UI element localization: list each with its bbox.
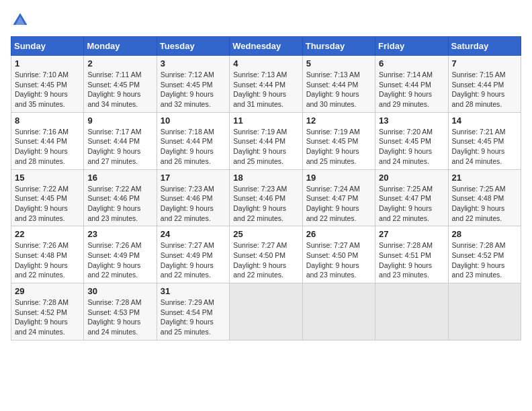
calendar-cell: 15 Sunrise: 7:22 AMSunset: 4:45 PMDaylig…: [11, 169, 84, 226]
day-number: 10: [161, 116, 226, 126]
day-number: 16: [87, 173, 152, 183]
day-number: 6: [379, 58, 444, 68]
day-number: 20: [379, 173, 444, 183]
calendar-cell: 24 Sunrise: 7:27 AMSunset: 4:49 PMDaylig…: [157, 226, 229, 283]
day-info: Sunrise: 7:26 AMSunset: 4:49 PMDaylight:…: [87, 240, 152, 280]
day-info: Sunrise: 7:29 AMSunset: 4:54 PMDaylight:…: [161, 298, 226, 337]
day-number: 30: [87, 286, 152, 296]
day-number: 18: [233, 173, 298, 183]
day-header-wednesday: Wednesday: [230, 37, 302, 56]
calendar-cell: 8 Sunrise: 7:16 AMSunset: 4:44 PMDayligh…: [11, 112, 84, 169]
day-number: 25: [233, 229, 298, 239]
day-number: 28: [452, 229, 517, 239]
day-info: Sunrise: 7:15 AMSunset: 4:44 PMDaylight:…: [452, 70, 517, 109]
day-info: Sunrise: 7:11 AMSunset: 4:45 PMDaylight:…: [87, 70, 152, 109]
calendar-cell: [448, 283, 521, 340]
calendar-cell: 7 Sunrise: 7:15 AMSunset: 4:44 PMDayligh…: [448, 56, 521, 113]
calendar-week-4: 22 Sunrise: 7:26 AMSunset: 4:48 PMDaylig…: [11, 226, 521, 283]
day-info: Sunrise: 7:10 AMSunset: 4:45 PMDaylight:…: [15, 70, 80, 109]
header: [11, 11, 521, 30]
day-info: Sunrise: 7:22 AMSunset: 4:46 PMDaylight:…: [87, 184, 152, 224]
day-number: 3: [161, 58, 226, 68]
calendar-cell: 1 Sunrise: 7:10 AMSunset: 4:45 PMDayligh…: [11, 56, 84, 113]
day-info: Sunrise: 7:17 AMSunset: 4:44 PMDaylight:…: [87, 127, 152, 167]
day-header-sunday: Sunday: [11, 37, 84, 56]
calendar-cell: 19 Sunrise: 7:24 AMSunset: 4:47 PMDaylig…: [302, 169, 375, 226]
calendar-cell: 20 Sunrise: 7:25 AMSunset: 4:47 PMDaylig…: [375, 169, 448, 226]
day-info: Sunrise: 7:19 AMSunset: 4:44 PMDaylight:…: [233, 127, 298, 167]
calendar-cell: 5 Sunrise: 7:13 AMSunset: 4:44 PMDayligh…: [302, 56, 375, 113]
calendar-cell: 30 Sunrise: 7:28 AMSunset: 4:53 PMDaylig…: [84, 283, 157, 340]
day-info: Sunrise: 7:12 AMSunset: 4:45 PMDaylight:…: [161, 70, 226, 109]
day-info: Sunrise: 7:23 AMSunset: 4:46 PMDaylight:…: [161, 184, 226, 224]
calendar-cell: 12 Sunrise: 7:19 AMSunset: 4:45 PMDaylig…: [302, 112, 375, 169]
day-number: 22: [15, 229, 80, 239]
calendar-cell: 21 Sunrise: 7:25 AMSunset: 4:48 PMDaylig…: [448, 169, 521, 226]
day-info: Sunrise: 7:25 AMSunset: 4:48 PMDaylight:…: [452, 184, 517, 224]
calendar-cell: 6 Sunrise: 7:14 AMSunset: 4:44 PMDayligh…: [375, 56, 448, 113]
day-info: Sunrise: 7:13 AMSunset: 4:44 PMDaylight:…: [306, 70, 371, 109]
calendar-cell: 16 Sunrise: 7:22 AMSunset: 4:46 PMDaylig…: [84, 169, 157, 226]
day-number: 26: [306, 229, 371, 239]
day-info: Sunrise: 7:14 AMSunset: 4:44 PMDaylight:…: [379, 70, 444, 109]
day-info: Sunrise: 7:21 AMSunset: 4:45 PMDaylight:…: [452, 127, 517, 167]
calendar-cell: 28 Sunrise: 7:28 AMSunset: 4:52 PMDaylig…: [448, 226, 521, 283]
day-header-saturday: Saturday: [448, 37, 521, 56]
day-info: Sunrise: 7:27 AMSunset: 4:50 PMDaylight:…: [306, 240, 371, 280]
calendar-cell: 18 Sunrise: 7:23 AMSunset: 4:46 PMDaylig…: [230, 169, 302, 226]
calendar-table: SundayMondayTuesdayWednesdayThursdayFrid…: [11, 36, 521, 340]
day-number: 19: [306, 173, 371, 183]
day-info: Sunrise: 7:20 AMSunset: 4:45 PMDaylight:…: [379, 127, 444, 167]
day-number: 17: [161, 173, 226, 183]
day-header-friday: Friday: [375, 37, 448, 56]
day-number: 24: [161, 229, 226, 239]
day-number: 8: [15, 116, 80, 126]
day-info: Sunrise: 7:13 AMSunset: 4:44 PMDaylight:…: [233, 70, 298, 109]
calendar-cell: 23 Sunrise: 7:26 AMSunset: 4:49 PMDaylig…: [84, 226, 157, 283]
calendar-cell: 2 Sunrise: 7:11 AMSunset: 4:45 PMDayligh…: [84, 56, 157, 113]
day-number: 2: [87, 58, 152, 68]
calendar-week-1: 1 Sunrise: 7:10 AMSunset: 4:45 PMDayligh…: [11, 56, 521, 113]
calendar-cell: 17 Sunrise: 7:23 AMSunset: 4:46 PMDaylig…: [157, 169, 229, 226]
day-number: 14: [452, 116, 517, 126]
day-info: Sunrise: 7:26 AMSunset: 4:48 PMDaylight:…: [15, 240, 80, 280]
day-header-tuesday: Tuesday: [157, 37, 229, 56]
day-info: Sunrise: 7:28 AMSunset: 4:51 PMDaylight:…: [379, 240, 444, 280]
day-number: 15: [15, 173, 80, 183]
calendar-week-5: 29 Sunrise: 7:28 AMSunset: 4:52 PMDaylig…: [11, 283, 521, 340]
calendar-cell: [302, 283, 375, 340]
day-number: 11: [233, 116, 298, 126]
calendar-header: SundayMondayTuesdayWednesdayThursdayFrid…: [11, 37, 521, 56]
day-info: Sunrise: 7:19 AMSunset: 4:45 PMDaylight:…: [306, 127, 371, 167]
calendar-cell: 29 Sunrise: 7:28 AMSunset: 4:52 PMDaylig…: [11, 283, 84, 340]
day-info: Sunrise: 7:28 AMSunset: 4:53 PMDaylight:…: [87, 298, 152, 337]
day-number: 1: [15, 58, 80, 68]
day-info: Sunrise: 7:18 AMSunset: 4:44 PMDaylight:…: [161, 127, 226, 167]
calendar-cell: 4 Sunrise: 7:13 AMSunset: 4:44 PMDayligh…: [230, 56, 302, 113]
calendar-cell: 9 Sunrise: 7:17 AMSunset: 4:44 PMDayligh…: [84, 112, 157, 169]
calendar-cell: [230, 283, 302, 340]
calendar-cell: 25 Sunrise: 7:27 AMSunset: 4:50 PMDaylig…: [230, 226, 302, 283]
day-number: 13: [379, 116, 444, 126]
day-number: 5: [306, 58, 371, 68]
day-info: Sunrise: 7:16 AMSunset: 4:44 PMDaylight:…: [15, 127, 80, 167]
day-number: 29: [15, 286, 80, 296]
day-header-thursday: Thursday: [302, 37, 375, 56]
day-info: Sunrise: 7:23 AMSunset: 4:46 PMDaylight:…: [233, 184, 298, 224]
day-number: 27: [379, 229, 444, 239]
day-info: Sunrise: 7:24 AMSunset: 4:47 PMDaylight:…: [306, 184, 371, 224]
day-number: 4: [233, 58, 298, 68]
calendar-cell: 22 Sunrise: 7:26 AMSunset: 4:48 PMDaylig…: [11, 226, 84, 283]
day-info: Sunrise: 7:27 AMSunset: 4:50 PMDaylight:…: [233, 240, 298, 280]
day-number: 9: [87, 116, 152, 126]
day-header-monday: Monday: [84, 37, 157, 56]
calendar-cell: 13 Sunrise: 7:20 AMSunset: 4:45 PMDaylig…: [375, 112, 448, 169]
calendar-cell: 27 Sunrise: 7:28 AMSunset: 4:51 PMDaylig…: [375, 226, 448, 283]
calendar-cell: 11 Sunrise: 7:19 AMSunset: 4:44 PMDaylig…: [230, 112, 302, 169]
day-info: Sunrise: 7:22 AMSunset: 4:45 PMDaylight:…: [15, 184, 80, 224]
day-info: Sunrise: 7:27 AMSunset: 4:49 PMDaylight:…: [161, 240, 226, 280]
calendar-cell: 26 Sunrise: 7:27 AMSunset: 4:50 PMDaylig…: [302, 226, 375, 283]
calendar-cell: 10 Sunrise: 7:18 AMSunset: 4:44 PMDaylig…: [157, 112, 229, 169]
calendar-cell: [375, 283, 448, 340]
day-info: Sunrise: 7:28 AMSunset: 4:52 PMDaylight:…: [452, 240, 517, 280]
